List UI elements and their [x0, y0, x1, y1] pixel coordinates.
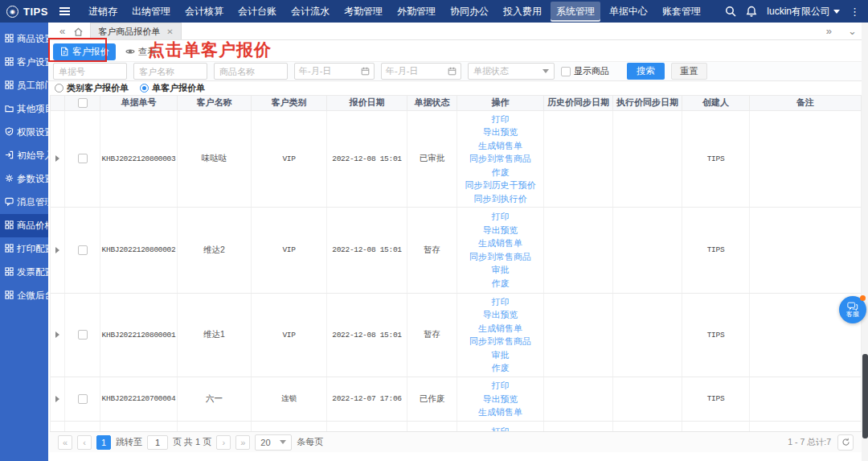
row-checkbox[interactable]	[78, 245, 88, 255]
close-icon[interactable]: ✕	[166, 27, 173, 36]
row-checkbox-cell	[65, 208, 100, 293]
page-1-button[interactable]: 1	[96, 435, 111, 450]
topnav-item-cashier[interactable]: 出纳管理	[126, 2, 176, 22]
sidebar-item-initial-import[interactable]: 初始导入	[0, 144, 48, 167]
page-size-select[interactable]: 20	[255, 434, 292, 451]
op-link[interactable]: 导出预览	[483, 393, 518, 406]
expand-row-icon[interactable]	[55, 396, 59, 402]
radio-option-0[interactable]: 类别客户报价单	[55, 82, 129, 94]
op-link[interactable]: 同步到执行价	[474, 192, 527, 206]
sidebar-item-messages[interactable]: 消息管理	[0, 191, 48, 214]
bill-status-select[interactable]: 单据状态	[468, 63, 555, 80]
topnav-item-accounting[interactable]: 会计核算	[179, 2, 229, 22]
sidebar-item-wecom-admin[interactable]: 企微后台	[0, 284, 48, 307]
show-product-checkbox[interactable]: 显示商品	[561, 65, 609, 77]
row-checkbox[interactable]	[78, 394, 88, 404]
op-link[interactable]: 同步到常售商品	[469, 152, 531, 166]
op-link[interactable]: 导出预览	[483, 126, 518, 139]
expand-row-icon[interactable]	[55, 331, 59, 338]
topnav-item-attendance[interactable]: 考勤管理	[338, 2, 388, 22]
customer-quote-button[interactable]: 客户报价	[53, 43, 116, 60]
reset-button[interactable]: 重置	[671, 63, 707, 80]
collapse-tabs-icon[interactable]: ⌄	[843, 26, 862, 36]
op-link[interactable]: 审批	[492, 348, 510, 362]
prev-page-button[interactable]: ‹	[77, 435, 92, 450]
op-link[interactable]: 打印	[492, 210, 510, 224]
date-end-picker[interactable]: 年-月-日	[381, 63, 461, 80]
sidebar-item-goods-price[interactable]: 商品价格	[0, 214, 48, 237]
op-link[interactable]: 生成销售单	[478, 322, 522, 335]
product-name-input[interactable]	[214, 63, 288, 80]
topnav-item-expense[interactable]: 投入费用	[497, 2, 547, 22]
op-link[interactable]: 打印	[492, 379, 510, 393]
expand-row-icon[interactable]	[55, 247, 59, 253]
more-options-icon[interactable]: ⋮	[850, 6, 860, 18]
row-checkbox[interactable]	[78, 154, 88, 163]
topnav-item-jxc[interactable]: 进销存	[83, 2, 123, 22]
op-link[interactable]: 同步到历史干预价	[465, 179, 536, 192]
search-button[interactable]: 搜索	[627, 63, 665, 80]
collapse-sidebar-icon[interactable]: «	[55, 26, 70, 36]
cell-exec-sync-date	[613, 377, 682, 421]
view-button[interactable]: 查看	[125, 46, 157, 58]
op-link[interactable]: 同步到常售商品	[469, 335, 531, 348]
op-link[interactable]: 同步到常售商品	[469, 250, 531, 264]
page-jump-input[interactable]	[147, 435, 168, 450]
first-page-button[interactable]: «	[58, 435, 72, 450]
select-all-checkbox[interactable]	[78, 98, 88, 108]
bell-icon[interactable]	[746, 6, 757, 17]
tab-customer-product-quote[interactable]: 客户商品报价单 ✕	[90, 23, 181, 39]
tabs-overflow-icon[interactable]: »	[821, 26, 837, 36]
total-pages-label: 页 共 1 页	[173, 436, 211, 448]
expand-row-icon[interactable]	[55, 155, 59, 162]
tab-bar: « 客户商品报价单 ✕ » ⌄	[48, 23, 868, 40]
home-icon[interactable]	[73, 26, 84, 36]
topnav-item-system[interactable]: 系统管理	[551, 2, 600, 22]
topnav-item-ledger[interactable]: 会计台账	[232, 2, 282, 22]
search-icon[interactable]	[725, 6, 736, 17]
bill-no-input[interactable]	[53, 63, 127, 80]
sidebar-item-other-items[interactable]: 其他项目	[0, 97, 48, 121]
date-start-picker[interactable]: 年-月-日	[294, 63, 375, 80]
op-link[interactable]: 打印	[492, 425, 510, 431]
sidebar-item-customer-settings[interactable]: 客户设置	[0, 51, 48, 74]
topnav-item-field[interactable]: 外勤管理	[391, 2, 441, 22]
quote-type-radio-group: 类别客户报价单单客户报价单	[48, 81, 868, 95]
scrollbar-thumb[interactable]	[862, 354, 868, 438]
cell-history-sync-date	[544, 208, 613, 293]
sidebar-item-staff-dept[interactable]: 员工部门	[0, 74, 48, 97]
eye-icon	[125, 47, 135, 56]
op-link[interactable]: 导出预览	[483, 308, 518, 322]
topnav-item-flow[interactable]: 会计流水	[285, 2, 335, 22]
op-link[interactable]: 打印	[492, 295, 510, 309]
last-page-button[interactable]: »	[235, 435, 250, 450]
sidebar-item-goods-settings[interactable]: 商品设置	[0, 27, 48, 51]
company-switcher[interactable]: luckin有限公司	[767, 5, 840, 19]
topnav-item-account-set[interactable]: 账套管理	[657, 2, 706, 22]
sidebar-item-permission[interactable]: 权限设置	[0, 121, 48, 144]
op-link[interactable]: 生成销售单	[478, 139, 522, 153]
next-page-button[interactable]: ›	[216, 435, 231, 450]
sidebar-item-print-config[interactable]: 打印配置	[0, 237, 48, 261]
sidebar-item-invoice-config[interactable]: 发票配置	[0, 261, 48, 284]
refresh-icon	[841, 438, 850, 447]
op-link[interactable]: 作废	[492, 361, 510, 375]
op-link[interactable]: 生成销售单	[478, 405, 522, 419]
op-link[interactable]: 作废	[492, 277, 510, 290]
show-product-label: 显示商品	[574, 65, 609, 77]
sidebar-item-parameters[interactable]: 参数设置	[0, 167, 48, 191]
op-link[interactable]: 导出预览	[483, 224, 518, 237]
op-link[interactable]: 生成销售单	[478, 237, 522, 250]
hamburger-menu-icon[interactable]	[59, 7, 70, 15]
topnav-item-office[interactable]: 协同办公	[444, 2, 494, 22]
op-link[interactable]: 审批	[492, 263, 510, 277]
refresh-button[interactable]	[837, 434, 854, 451]
topnav-item-bill-center[interactable]: 单据中心	[604, 2, 653, 22]
customer-service-button[interactable]: 客服	[839, 296, 866, 323]
op-link[interactable]: 作废	[492, 166, 510, 179]
radio-option-1[interactable]: 单客户报价单	[140, 82, 205, 94]
row-checkbox[interactable]	[78, 330, 88, 340]
customer-name-input[interactable]	[133, 63, 207, 80]
top-navbar: ◉ TIPS 进销存出纳管理会计核算会计台账会计流水考勤管理外勤管理协同办公投入…	[0, 0, 868, 23]
op-link[interactable]: 打印	[492, 113, 510, 126]
